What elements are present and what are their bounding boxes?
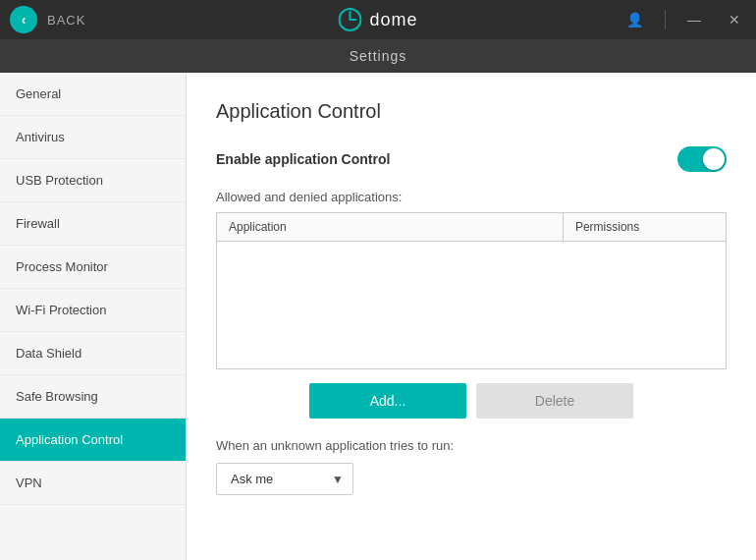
sidebar-item-wifi-protection[interactable]: Wi-Fi Protection [0,289,186,332]
back-button[interactable]: ‹ [10,6,37,33]
sidebar-label-general: General [16,86,61,101]
buttons-row: Add... Delete [216,383,727,419]
sidebar-item-general[interactable]: General [0,73,186,116]
sidebar-item-vpn[interactable]: VPN [0,462,186,505]
sidebar-item-process-monitor[interactable]: Process Monitor [0,246,186,289]
unknown-app-select-wrapper: Ask me Allow Block ▼ [216,463,353,495]
col-header-permissions: Permissions [563,213,726,242]
sidebar-label-safe-browsing: Safe Browsing [16,389,98,404]
main-content: General Antivirus USB Protection Firewal… [0,73,756,560]
enable-toggle[interactable] [677,146,727,172]
applications-table: Application Permissions [216,212,727,369]
sidebar-label-process-monitor: Process Monitor [16,259,108,274]
title-bar: ‹ BACK dome 👤 — ✕ [0,0,756,39]
minimize-button[interactable]: — [681,10,707,29]
logo-icon [338,8,361,31]
toggle-label: Enable application Control [216,151,390,167]
settings-bar: Settings [0,39,756,73]
sidebar-label-wifi-protection: Wi-Fi Protection [16,303,106,317]
sidebar-label-firewall: Firewall [16,216,60,231]
title-bar-right: 👤 — ✕ [621,10,746,29]
back-arrow-icon: ‹ [22,12,27,28]
title-bar-center: dome [338,8,417,31]
sidebar-item-safe-browsing[interactable]: Safe Browsing [0,375,186,419]
sidebar-label-antivirus: Antivirus [16,130,65,144]
sidebar-label-usb-protection: USB Protection [16,173,103,188]
sidebar-item-application-control[interactable]: Application Control [0,419,186,462]
user-icon-button[interactable]: 👤 [621,10,649,29]
page-title: Application Control [216,100,727,123]
close-button[interactable]: ✕ [723,10,746,29]
title-bar-left: ‹ BACK [10,6,85,33]
applications-table-body [217,242,727,369]
sidebar-item-firewall[interactable]: Firewall [0,202,186,246]
table-label: Allowed and denied applications: [216,190,727,204]
empty-row [217,242,727,369]
settings-bar-title: Settings [350,48,407,64]
content-area: Application Control Enable application C… [187,73,756,560]
sidebar-label-data-shield: Data Shield [16,346,81,361]
delete-button[interactable]: Delete [476,383,633,419]
title-bar-separator [665,10,666,29]
unknown-app-select[interactable]: Ask me Allow Block [216,463,353,495]
sidebar-label-application-control: Application Control [16,432,123,447]
logo-text: dome [369,10,417,30]
sidebar: General Antivirus USB Protection Firewal… [0,73,187,560]
sidebar-item-antivirus[interactable]: Antivirus [0,116,186,159]
sidebar-label-vpn: VPN [16,476,42,490]
unknown-app-label: When an unknown application tries to run… [216,438,727,453]
enable-toggle-row: Enable application Control [216,146,727,172]
back-label: BACK [47,13,85,28]
col-header-application: Application [217,213,564,242]
add-button[interactable]: Add... [309,383,466,419]
sidebar-item-data-shield[interactable]: Data Shield [0,332,186,375]
sidebar-item-usb-protection[interactable]: USB Protection [0,159,186,202]
